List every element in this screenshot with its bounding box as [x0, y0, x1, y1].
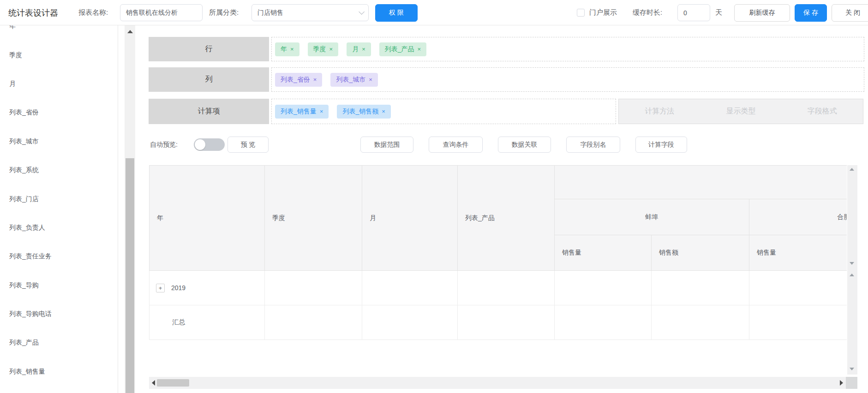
- column-zone-label: 列: [149, 67, 269, 92]
- remove-tag-icon[interactable]: ×: [418, 46, 421, 53]
- body-cell: [362, 305, 458, 340]
- scroll-down-icon[interactable]: [850, 262, 854, 265]
- sidebar-divider: [118, 25, 118, 393]
- cache-duration-input[interactable]: 0: [677, 4, 710, 21]
- field-item[interactable]: 季度: [0, 41, 118, 69]
- table-horizontal-scrollbar[interactable]: [149, 377, 846, 389]
- scroll-up-icon[interactable]: [850, 168, 854, 171]
- body-cell: [749, 305, 847, 340]
- calc-tag[interactable]: 列表_销售量×: [275, 105, 329, 119]
- expand-row-button[interactable]: +: [156, 284, 165, 292]
- report-name-value: 销售联机在线分析: [126, 9, 178, 17]
- field-item[interactable]: 列表_责任业务: [0, 242, 118, 271]
- row-tag[interactable]: 季度×: [308, 42, 339, 56]
- tag-label: 列表_城市: [336, 76, 365, 84]
- field-item[interactable]: 列表_导购电话: [0, 300, 118, 328]
- calc-tag[interactable]: 列表_销售额×: [337, 105, 390, 119]
- row-value: 汇总: [172, 318, 185, 327]
- scroll-down-icon[interactable]: [850, 368, 854, 370]
- row-tag[interactable]: 年×: [275, 42, 299, 56]
- column-tag[interactable]: 列表_省份×: [275, 73, 322, 87]
- tab-calc-method[interactable]: 计算方法: [645, 107, 674, 116]
- cache-unit-label: 天: [715, 8, 722, 17]
- scroll-up-icon[interactable]: [127, 30, 133, 33]
- auto-preview-label: 自动预览:: [150, 141, 178, 149]
- remove-tag-icon[interactable]: ×: [329, 46, 333, 53]
- remove-tag-icon[interactable]: ×: [290, 46, 294, 53]
- field-list: 年 季度 月 列表_省份 列表_城市 列表_系统 列表_门店 列表_负责人 列表…: [0, 12, 118, 386]
- tag-label: 年: [281, 45, 287, 54]
- calc-zone-label: 计算项: [149, 99, 269, 124]
- toggle-knob: [195, 139, 205, 150]
- field-item[interactable]: 列表_负责人: [0, 214, 118, 242]
- row-tag[interactable]: 月×: [347, 42, 371, 56]
- field-alias-button[interactable]: 字段别名: [566, 137, 620, 153]
- tag-label: 季度: [313, 45, 326, 54]
- field-item[interactable]: 列表_系统: [0, 156, 118, 185]
- table-vertical-scrollbar[interactable]: [847, 165, 857, 375]
- preview-button[interactable]: 预 览: [227, 137, 269, 153]
- body-cell: [652, 305, 749, 340]
- header-cell-city-hefei: 合肥: [749, 199, 847, 235]
- save-button[interactable]: 保 存: [795, 4, 827, 22]
- field-item[interactable]: 月: [0, 70, 118, 98]
- tab-field-format[interactable]: 字段格式: [808, 107, 837, 116]
- field-item[interactable]: 列表_门店: [0, 185, 118, 213]
- permission-button[interactable]: 权 限: [375, 4, 418, 22]
- refresh-cache-button[interactable]: 刷新缓存: [734, 4, 790, 22]
- report-designer-page: 年 季度 月 列表_省份 列表_城市 列表_系统 列表_门店 列表_负责人 列表…: [0, 0, 868, 393]
- calc-drop-zone[interactable]: 列表_销售量× 列表_销售额×: [271, 99, 616, 124]
- horizontal-scrollbar-thumb[interactable]: [157, 379, 189, 387]
- header-cell-quarter: 季度: [265, 165, 362, 271]
- query-condition-button[interactable]: 查询条件: [429, 137, 483, 153]
- header-cell-sales-qty: 销售量: [555, 235, 652, 271]
- sidebar-scrollbar-thumb[interactable]: [126, 158, 134, 393]
- cache-duration-value: 0: [683, 9, 687, 17]
- header-cell-empty: [555, 165, 847, 199]
- header-cell-year: 年: [149, 165, 265, 271]
- app-title: 统计表设计器: [8, 7, 58, 18]
- tab-display-type[interactable]: 显示类型: [726, 107, 755, 116]
- category-label: 所属分类:: [209, 8, 239, 17]
- body-cell: [555, 305, 652, 340]
- field-item[interactable]: 列表_产品: [0, 328, 118, 357]
- portal-display-checkbox[interactable]: [577, 9, 585, 17]
- field-item[interactable]: 列表_导购: [0, 271, 118, 300]
- top-toolbar: 统计表设计器 报表名称: 销售联机在线分析 所属分类: 门店销售 权 限 门户展…: [0, 0, 868, 25]
- scroll-right-icon[interactable]: [840, 380, 843, 386]
- row-tag[interactable]: 列表_产品×: [379, 42, 426, 56]
- scroll-up-icon[interactable]: [850, 274, 854, 276]
- close-button[interactable]: 关 闭: [832, 4, 868, 22]
- header-cell-product: 列表_产品: [458, 165, 555, 271]
- column-drop-zone[interactable]: 列表_省份× 列表_城市×: [271, 67, 864, 92]
- field-item[interactable]: 列表_销售量: [0, 357, 118, 386]
- remove-tag-icon[interactable]: ×: [362, 46, 365, 53]
- tag-label: 列表_销售量: [281, 107, 317, 116]
- calc-settings-tabs: 计算方法 显示类型 字段格式: [618, 99, 863, 124]
- header-cell-sales-amount: 销售额: [652, 235, 749, 271]
- header-cell-sales-qty-2: 销售量: [749, 235, 847, 271]
- body-cell: [749, 271, 847, 305]
- portal-display-label: 门户展示: [589, 8, 617, 17]
- row-drop-zone[interactable]: 年× 季度× 月× 列表_产品×: [271, 37, 864, 61]
- field-item[interactable]: 列表_省份: [0, 98, 118, 127]
- report-name-input[interactable]: 销售联机在线分析: [120, 4, 203, 21]
- preview-table: 年 季度 月 列表_产品 蚌埠 合肥 销售量 销售额 销售量 + 2019 汇总: [149, 165, 847, 340]
- report-name-label: 报表名称:: [78, 8, 108, 17]
- column-tag[interactable]: 列表_城市×: [330, 73, 377, 87]
- field-item[interactable]: 列表_城市: [0, 127, 118, 156]
- remove-tag-icon[interactable]: ×: [320, 108, 323, 115]
- remove-tag-icon[interactable]: ×: [382, 108, 385, 115]
- remove-tag-icon[interactable]: ×: [369, 76, 372, 83]
- chevron-down-icon: [359, 9, 365, 15]
- scroll-left-icon[interactable]: [152, 380, 155, 386]
- cache-duration-label: 缓存时长:: [633, 8, 662, 17]
- data-relation-button[interactable]: 数据关联: [498, 137, 551, 153]
- calc-field-button[interactable]: 计算字段: [635, 137, 687, 153]
- body-cell: [652, 271, 749, 305]
- auto-preview-toggle[interactable]: [194, 138, 225, 151]
- data-range-button[interactable]: 数据范围: [360, 137, 413, 153]
- remove-tag-icon[interactable]: ×: [313, 76, 317, 83]
- row-value: 2019: [171, 284, 186, 292]
- category-select[interactable]: 门店销售: [251, 4, 369, 21]
